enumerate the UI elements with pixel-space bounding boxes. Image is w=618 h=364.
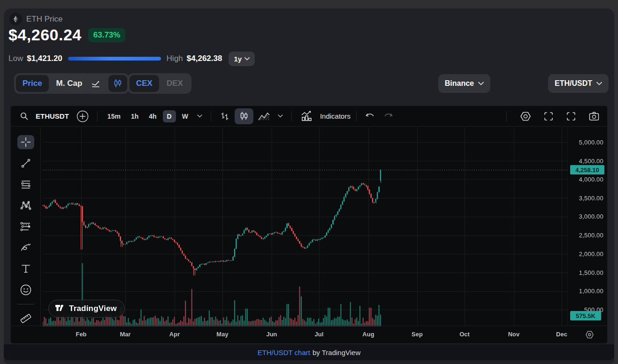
cex-dex-toggle: CEX DEX bbox=[128, 73, 191, 94]
screenshot-camera-icon[interactable] bbox=[586, 109, 603, 123]
bars-style-icon[interactable] bbox=[217, 109, 233, 123]
price-tick: 1,500.00 bbox=[579, 269, 603, 276]
style-menu-chevron-icon[interactable] bbox=[275, 113, 286, 120]
chart-attribution-suffix: by TradingView bbox=[313, 349, 360, 356]
pair-selector-button[interactable]: ETH/USDT bbox=[548, 74, 609, 93]
price-mcap-toggle: Price M. Cap bbox=[14, 73, 91, 94]
low-label: Low bbox=[8, 54, 23, 63]
timeframe-15m[interactable]: 15m bbox=[103, 110, 125, 122]
price-axis[interactable]: 5,000.00 4,500.00 4,000.00 3,500.00 3,00… bbox=[567, 127, 607, 326]
chart-type-toggle bbox=[84, 73, 129, 94]
tradingview-widget: ETHUSDT 15m 1h 4h D W bbox=[10, 106, 608, 344]
axis-settings-icon[interactable] bbox=[585, 330, 594, 341]
last-volume-label: 575.5K bbox=[570, 311, 601, 320]
chart-attribution-link[interactable]: ETH/USDT chart bbox=[258, 349, 310, 356]
month-tick: Jun bbox=[266, 331, 277, 338]
price-tick: 2,500.00 bbox=[579, 232, 603, 239]
month-tick: Aug bbox=[362, 331, 374, 338]
emoji-tool[interactable] bbox=[17, 283, 34, 297]
month-tick: May bbox=[216, 331, 228, 338]
line-chart-icon bbox=[92, 79, 102, 88]
current-price: $4,260.24 bbox=[8, 26, 82, 44]
last-price-label: 4,258.10 bbox=[570, 165, 604, 174]
price-tick: 3,500.00 bbox=[579, 195, 603, 202]
timeframe-1h[interactable]: 1h bbox=[127, 110, 143, 122]
timeframe-menu-chevron-icon[interactable] bbox=[194, 113, 205, 120]
indicators-icon[interactable] bbox=[298, 109, 315, 124]
range-selector-value: 1y bbox=[234, 55, 242, 63]
price-chart-canvas[interactable] bbox=[43, 127, 568, 326]
timeframe-1d[interactable]: D bbox=[163, 110, 176, 122]
time-axis[interactable]: Feb Mar Apr May Jun Jul Aug Sep Oct Nov … bbox=[11, 326, 607, 343]
toggle-price[interactable]: Price bbox=[16, 75, 49, 92]
coin-header: ETH Price bbox=[9, 13, 62, 25]
price-tick: 2,000.00 bbox=[579, 250, 603, 258]
month-tick: Nov bbox=[508, 331, 520, 338]
measure-ruler-tool[interactable] bbox=[17, 311, 34, 326]
toolbar-separator bbox=[97, 111, 98, 121]
candle-chart-toggle[interactable] bbox=[108, 75, 127, 92]
page-title: ETH Price bbox=[26, 15, 62, 24]
toggle-dex[interactable]: DEX bbox=[160, 75, 190, 92]
redo-icon[interactable] bbox=[380, 110, 396, 122]
toolbar-separator bbox=[356, 111, 357, 121]
maximize-icon[interactable] bbox=[563, 109, 579, 123]
compare-add-icon[interactable] bbox=[74, 108, 92, 124]
undo-icon[interactable] bbox=[362, 110, 378, 122]
change-badge: 63.73% bbox=[88, 28, 126, 42]
chevron-down-icon bbox=[244, 57, 250, 61]
fullscreen-icon[interactable] bbox=[541, 109, 557, 123]
eth-price-card: ETH Price $4,260.24 63.73% Low $1,421.20… bbox=[4, 8, 614, 364]
crosshair-tool[interactable] bbox=[17, 135, 34, 149]
area-style-icon[interactable] bbox=[255, 109, 273, 123]
price-tick: 3,000.00 bbox=[579, 213, 603, 220]
price-tick: 4,000.00 bbox=[579, 176, 603, 183]
high-label: High bbox=[167, 54, 183, 63]
watermark-label: TradingView bbox=[69, 304, 117, 313]
tradingview-watermark[interactable]: TradingView bbox=[48, 300, 125, 318]
indicators-label[interactable]: Indicators bbox=[320, 112, 351, 120]
controls-row: Price M. Cap CEX DEX Binance ETH/USD bbox=[10, 73, 610, 94]
chevron-down-icon bbox=[478, 82, 484, 85]
fib-retracement-tool[interactable] bbox=[17, 177, 34, 191]
toolbar-symbol[interactable]: ETHUSDT bbox=[36, 112, 69, 120]
month-tick: Oct bbox=[459, 331, 470, 338]
trend-line-tool[interactable] bbox=[17, 156, 34, 170]
candles-style-icon[interactable] bbox=[235, 108, 253, 124]
drawing-toolbar bbox=[11, 127, 41, 326]
chart-settings-icon[interactable] bbox=[517, 109, 534, 123]
month-tick: Apr bbox=[169, 331, 180, 338]
toolbar-separator bbox=[211, 111, 211, 121]
symbol-search-icon[interactable] bbox=[17, 110, 31, 122]
month-tick: Mar bbox=[120, 331, 130, 338]
line-chart-toggle[interactable] bbox=[86, 75, 107, 92]
price-tick: 1,000.00 bbox=[579, 288, 603, 295]
pattern-xabcd-tool[interactable] bbox=[17, 198, 34, 212]
tradingview-logo-icon bbox=[55, 304, 65, 313]
exchange-selector-button[interactable]: Binance bbox=[438, 74, 490, 93]
pair-selector-value: ETH/USDT bbox=[555, 79, 592, 88]
toolbar-divider bbox=[17, 304, 34, 304]
toggle-cex[interactable]: CEX bbox=[130, 75, 159, 92]
chart-toolbar: ETHUSDT 15m 1h 4h D W bbox=[11, 106, 607, 127]
month-tick: Feb bbox=[76, 331, 86, 338]
text-tool[interactable] bbox=[17, 262, 34, 276]
chevron-down-icon bbox=[596, 82, 602, 85]
eth-logo-icon bbox=[9, 13, 22, 25]
toolbar-separator bbox=[291, 111, 292, 121]
brush-tool[interactable] bbox=[17, 241, 34, 255]
timeframe-4h[interactable]: 4h bbox=[145, 110, 160, 122]
price-tick: 5,000.00 bbox=[579, 139, 603, 146]
high-value: $4,262.38 bbox=[187, 54, 222, 63]
price-tick: 4,500.00 bbox=[579, 158, 603, 165]
range-selector-button[interactable]: 1y bbox=[229, 52, 255, 66]
low-value: $1,421.20 bbox=[27, 54, 62, 63]
month-tick: Sep bbox=[412, 331, 423, 338]
toolbar-separator bbox=[506, 111, 507, 121]
toggle-mcap[interactable]: M. Cap bbox=[50, 75, 89, 92]
month-tick: Jul bbox=[315, 331, 324, 338]
timeframe-1w[interactable]: W bbox=[178, 110, 192, 122]
low-high-range-bar bbox=[68, 57, 161, 61]
long-position-tool[interactable] bbox=[17, 220, 34, 234]
candles-icon bbox=[114, 79, 122, 88]
